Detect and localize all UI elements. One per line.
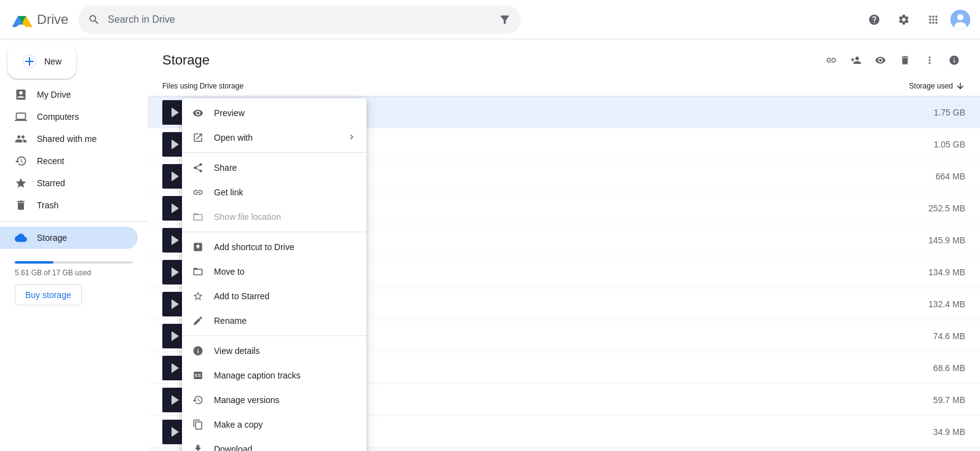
storage-used-col[interactable]: Storage used <box>909 81 965 91</box>
sidebar-item-shared[interactable]: Shared with me <box>0 128 138 150</box>
rename-label: Rename <box>214 316 247 326</box>
sidebar-item-label: Trash <box>37 200 58 210</box>
sidebar-item-starred[interactable]: Starred <box>0 172 138 194</box>
buy-storage-button[interactable]: Buy storage <box>15 284 82 305</box>
add-shortcut-label: Add shortcut to Drive <box>214 242 294 252</box>
menu-divider <box>182 152 366 153</box>
sidebar-item-label: Starred <box>37 178 65 188</box>
sidebar-item-trash[interactable]: Trash <box>0 194 138 216</box>
sidebar-item-label: My Drive <box>37 90 71 100</box>
download-label: Download <box>214 444 252 451</box>
starred-icon <box>15 177 27 189</box>
top-bar: Drive <box>0 0 980 39</box>
search-bar[interactable] <box>78 6 521 34</box>
drive-logo-icon <box>10 7 34 32</box>
recent-icon <box>15 155 27 167</box>
svg-point-11 <box>957 14 963 20</box>
page-title: Storage <box>162 52 210 68</box>
search-input[interactable] <box>108 14 491 25</box>
delete-button[interactable] <box>894 49 916 71</box>
sidebar-item-label: Recent <box>37 156 64 166</box>
shared-icon <box>15 133 27 145</box>
avatar[interactable] <box>950 10 970 29</box>
versions-icon <box>192 394 204 406</box>
make-copy-label: Make a copy <box>214 420 263 429</box>
trash-icon <box>15 199 27 211</box>
open-with-icon <box>192 131 204 144</box>
file-size: 34.9 MB <box>916 427 965 437</box>
app-logo[interactable]: Drive <box>10 7 68 32</box>
file-size: 68.6 MB <box>916 363 965 373</box>
storage-used-label: Storage used <box>909 82 953 90</box>
eye-icon <box>192 107 204 119</box>
sidebar-item-recent[interactable]: Recent <box>0 150 138 172</box>
sidebar-item-storage[interactable]: Storage <box>0 227 138 249</box>
share-icon <box>192 162 204 174</box>
context-menu-download[interactable]: Download <box>182 437 366 451</box>
toolbar-actions <box>820 49 965 71</box>
context-menu-manage-versions[interactable]: Manage versions <box>182 388 366 412</box>
file-size: 1.05 GB <box>916 139 965 149</box>
context-menu-rename[interactable]: Rename <box>182 308 366 333</box>
preview-button[interactable] <box>869 49 891 71</box>
context-menu-add-starred[interactable]: Add to Starred <box>182 284 366 308</box>
file-size: 252.5 MB <box>916 203 965 213</box>
sidebar-item-label: Storage <box>37 233 67 243</box>
storage-text: 5.61 GB of 17 GB used <box>15 269 133 277</box>
pencil-icon <box>192 315 204 327</box>
info-button[interactable] <box>943 49 965 71</box>
captions-icon <box>192 369 204 382</box>
context-menu-make-copy[interactable]: Make a copy <box>182 412 366 437</box>
context-menu-open-with[interactable]: Open with <box>182 125 366 150</box>
my-drive-icon <box>15 88 27 101</box>
sidebar-item-computers[interactable]: Computers <box>0 106 138 128</box>
share-button[interactable] <box>845 49 867 71</box>
main-area: New My Drive Computers <box>0 39 980 451</box>
context-menu-preview[interactable]: Preview <box>182 101 366 125</box>
move-to-label: Move to <box>214 267 245 276</box>
file-size: 59.7 MB <box>916 395 965 405</box>
more-options-button[interactable] <box>919 49 941 71</box>
sidebar-item-label: Computers <box>37 112 79 122</box>
help-button[interactable] <box>862 7 887 32</box>
files-label: Files using Drive storage <box>162 82 243 90</box>
manage-captions-label: Manage caption tracks <box>214 371 301 380</box>
context-menu-view-details[interactable]: View details <box>182 339 366 363</box>
file-size: 664 MB <box>916 171 965 181</box>
info-circle-icon <box>192 345 204 357</box>
top-right-actions <box>862 7 970 32</box>
sidebar-item-my-drive[interactable]: My Drive <box>0 84 138 106</box>
chevron-right-icon <box>347 132 357 144</box>
context-menu-add-shortcut[interactable]: Add shortcut to Drive <box>182 235 366 259</box>
share-label: Share <box>214 163 237 173</box>
move-icon <box>192 265 204 278</box>
show-location-label: Show file location <box>214 212 281 222</box>
apps-button[interactable] <box>921 7 946 32</box>
star-outline-icon <box>192 290 204 302</box>
new-button[interactable]: New <box>7 44 76 79</box>
filter-icon[interactable] <box>499 14 511 26</box>
settings-button[interactable] <box>891 7 916 32</box>
file-size: 132.4 MB <box>916 299 965 309</box>
sidebar: New My Drive Computers <box>0 39 148 451</box>
view-details-label: View details <box>214 346 259 356</box>
download-icon <box>192 443 204 451</box>
context-menu-show-location: Show file location <box>182 205 366 229</box>
menu-divider <box>182 232 366 232</box>
copy-link-button[interactable] <box>820 49 842 71</box>
context-menu: Preview Open with Share Get link Show fi… <box>182 98 366 451</box>
context-menu-move-to[interactable]: Move to <box>182 259 366 284</box>
context-menu-share[interactable]: Share <box>182 155 366 180</box>
context-menu-get-link[interactable]: Get link <box>182 180 366 205</box>
file-size: 74.6 MB <box>916 331 965 341</box>
open-with-label: Open with <box>214 133 253 143</box>
plus-icon <box>22 54 37 69</box>
search-icon <box>88 14 100 26</box>
storage-bar-fill <box>15 261 53 264</box>
manage-versions-label: Manage versions <box>214 395 280 405</box>
file-size: 1.75 GB <box>916 108 965 117</box>
context-menu-manage-captions[interactable]: Manage caption tracks <box>182 363 366 388</box>
folder-outline-icon <box>192 211 204 223</box>
storage-bar-bg <box>15 261 133 264</box>
shortcut-icon <box>192 241 204 253</box>
